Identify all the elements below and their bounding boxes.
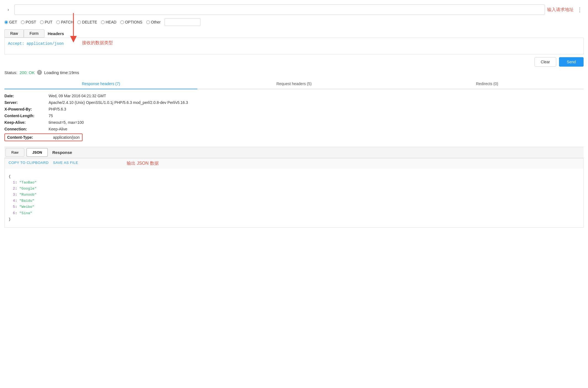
content-type-highlighted: Content-Type: application/json <box>4 133 83 141</box>
status-code: 200: OK <box>20 70 35 75</box>
tab-response-headers[interactable]: Response headers (7) <box>4 79 197 89</box>
json-line-2: 2: "Google" <box>9 186 579 192</box>
method-options[interactable]: OPTIONS <box>120 20 142 24</box>
json-line-1: 1: "TaoBao" <box>9 180 579 186</box>
json-body: { 1: "TaoBao" 2: "Google" 3: "Runoob" 4:… <box>9 171 579 225</box>
header-content-type-key: Content-Type: <box>7 135 51 140</box>
more-button[interactable]: ⋮ <box>576 6 584 14</box>
method-patch-radio[interactable] <box>56 20 60 24</box>
header-content-length: Content-Length: 75 <box>4 112 584 119</box>
header-date-val: Wed, 09 Mar 2016 04:21:32 GMT <box>49 94 106 98</box>
url-hint: 输入请求地址 <box>547 7 574 13</box>
json-line-3: 3: "Runoob" <box>9 192 579 198</box>
copy-row: COPY TO CLIPBOARD SAVE AS FILE 输出 JSON 数… <box>4 158 584 169</box>
json-line-4: 4: "Baidu" <box>9 198 579 204</box>
method-row: GET POST PUT PATCH DELETE HEAD OPTIONS O… <box>4 18 584 26</box>
header-connection: Connection: Keep-Alive <box>4 126 584 132</box>
header-server: Server: Apache/2.4.10 (Unix) OpenSSL/1.0… <box>4 99 584 106</box>
bottom-tab-json[interactable]: JSON <box>27 148 48 157</box>
method-other-label: Other <box>151 20 161 24</box>
json-close-brace: } <box>9 216 579 222</box>
header-connection-val: Keep-Alive <box>49 127 67 131</box>
copy-to-clipboard-link[interactable]: COPY TO CLIPBOARD <box>9 161 49 166</box>
json-output-hint: 输出 JSON 数据 <box>127 161 159 166</box>
method-other[interactable]: Other <box>146 20 161 24</box>
method-options-radio[interactable] <box>120 20 124 24</box>
action-row: Clear Send <box>4 57 584 67</box>
save-as-file-link[interactable]: SAVE AS FILE <box>53 161 78 166</box>
other-method-input[interactable] <box>165 18 200 26</box>
request-tabs-row: Raw Form Headers <box>4 29 584 38</box>
headers-area[interactable]: Accept: application/json 接收的数据类型 <box>4 38 584 54</box>
header-keep-alive-val: timeout=5, max=100 <box>49 120 84 125</box>
bottom-tabs-row: Raw JSON Response <box>4 147 584 158</box>
response-header-tabs: Response headers (7) Request headers (5)… <box>4 79 584 89</box>
header-keep-alive: Keep-Alive: timeout=5, max=100 <box>4 119 584 126</box>
status-row: Status: 200: OK ? Loading time:19ms <box>4 70 584 75</box>
method-get-radio[interactable] <box>4 20 8 24</box>
method-get[interactable]: GET <box>4 20 17 24</box>
header-x-powered-by-key: X-Powered-By: <box>4 107 49 111</box>
annotation-container: Accept: application/json 接收的数据类型 <box>4 38 584 54</box>
expand-button[interactable]: › <box>4 6 12 14</box>
header-server-key: Server: <box>4 100 49 105</box>
loading-time: Loading time:19ms <box>44 70 79 75</box>
send-button[interactable]: Send <box>559 57 584 67</box>
tab-headers-label: Headers <box>44 30 67 38</box>
method-put[interactable]: PUT <box>40 20 52 24</box>
tab-request-headers[interactable]: Request headers (5) <box>197 79 390 89</box>
method-delete[interactable]: DELETE <box>77 20 97 24</box>
headers-hint: 接收的数据类型 <box>82 40 113 46</box>
help-icon[interactable]: ? <box>37 70 42 75</box>
method-put-radio[interactable] <box>40 20 44 24</box>
method-post-radio[interactable] <box>21 20 25 24</box>
method-patch[interactable]: PATCH <box>56 20 73 24</box>
method-head[interactable]: HEAD <box>101 20 116 24</box>
method-delete-radio[interactable] <box>77 20 81 24</box>
method-post[interactable]: POST <box>21 20 36 24</box>
method-head-radio[interactable] <box>101 20 105 24</box>
header-date-key: Date: <box>4 94 49 98</box>
main-container: › http://localhost/restexample/site/list… <box>0 0 588 232</box>
bottom-tab-response-label: Response <box>49 150 75 155</box>
header-connection-key: Connection: <box>4 127 49 131</box>
header-x-powered-by-val: PHP/5.6.3 <box>49 107 66 111</box>
url-row: › http://localhost/restexample/site/list… <box>4 4 584 15</box>
headers-code: Accept: application/json <box>8 41 64 46</box>
tab-redirects[interactable]: Redirects (0) <box>391 79 584 89</box>
url-input[interactable]: http://localhost/restexample/site/list/ <box>14 4 545 15</box>
status-label: Status: <box>4 70 17 75</box>
json-output-area: { 1: "TaoBao" 2: "Google" 3: "Runoob" 4:… <box>4 169 584 228</box>
header-content-length-val: 75 <box>49 114 53 118</box>
header-server-val: Apache/2.4.10 (Unix) OpenSSL/1.0.1j PHP/… <box>49 100 188 105</box>
json-line-5: 5: "Weibo" <box>9 204 579 210</box>
header-content-type: Content-Type: application/json <box>4 132 584 142</box>
json-line-6: 6: "Sina" <box>9 210 579 216</box>
json-open-brace: { <box>9 174 579 180</box>
header-keep-alive-key: Keep-Alive: <box>4 120 49 125</box>
header-content-type-val: application/json <box>53 135 80 140</box>
response-headers-content: Date: Wed, 09 Mar 2016 04:21:32 GMT Serv… <box>4 93 584 142</box>
method-other-radio[interactable] <box>146 20 150 24</box>
bottom-tab-raw[interactable]: Raw <box>6 148 24 157</box>
clear-button[interactable]: Clear <box>534 57 556 67</box>
header-date: Date: Wed, 09 Mar 2016 04:21:32 GMT <box>4 93 584 99</box>
tab-raw[interactable]: Raw <box>4 29 24 38</box>
tab-form[interactable]: Form <box>24 29 44 38</box>
header-content-length-key: Content-Length: <box>4 114 49 118</box>
header-x-powered-by: X-Powered-By: PHP/5.6.3 <box>4 106 584 112</box>
